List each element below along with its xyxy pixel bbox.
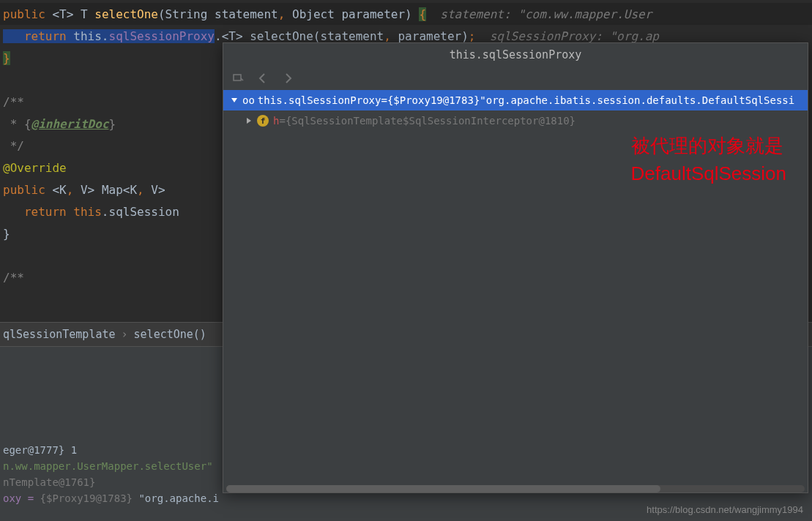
popup-toolbar <box>223 67 808 90</box>
annotation-text: 被代理的对象就是 DefaultSqlSession <box>631 132 786 187</box>
debug-var-2[interactable]: n.ww.mapper.UserMapper.selectUser" <box>0 458 220 474</box>
forward-icon[interactable] <box>282 72 294 84</box>
field-icon: f <box>257 115 269 127</box>
new-watch-icon[interactable] <box>232 72 244 84</box>
popup-scrollbar[interactable] <box>226 485 805 492</box>
scrollbar-thumb[interactable] <box>226 485 660 492</box>
tree-root-row[interactable]: oo this.sqlSessionProxy = {$Proxy19@1783… <box>223 90 808 110</box>
breadcrumb-part2[interactable]: selectOne() <box>134 328 206 341</box>
popup-title: this.sqlSessionProxy <box>223 43 808 67</box>
debugger-evaluate-popup: this.sqlSessionProxy oo this.sqlSessionP… <box>223 42 808 493</box>
debug-var-3[interactable]: nTemplate@1761} <box>0 474 220 490</box>
expand-arrow-icon[interactable] <box>229 95 239 105</box>
collapse-arrow-icon[interactable] <box>244 116 254 126</box>
back-icon[interactable] <box>257 72 269 84</box>
debug-var-4[interactable]: oxy = {$Proxy19@1783} "org.apache.ibat <box>0 490 220 506</box>
tree-child-row[interactable]: f h = {SqlSessionTemplate$SqlSessionInte… <box>223 110 808 131</box>
watermark: https://blog.csdn.net/wangjimmy1994 <box>647 504 803 515</box>
breadcrumb-part1[interactable]: qlSessionTemplate <box>3 328 116 341</box>
svg-rect-0 <box>234 75 241 80</box>
breadcrumb-separator: › <box>122 328 128 341</box>
code-line-1[interactable]: public <T> T selectOne(String statement,… <box>0 3 812 25</box>
infinity-icon: oo <box>242 94 255 106</box>
debug-var-1[interactable]: eger@1777} 1 <box>0 442 220 458</box>
